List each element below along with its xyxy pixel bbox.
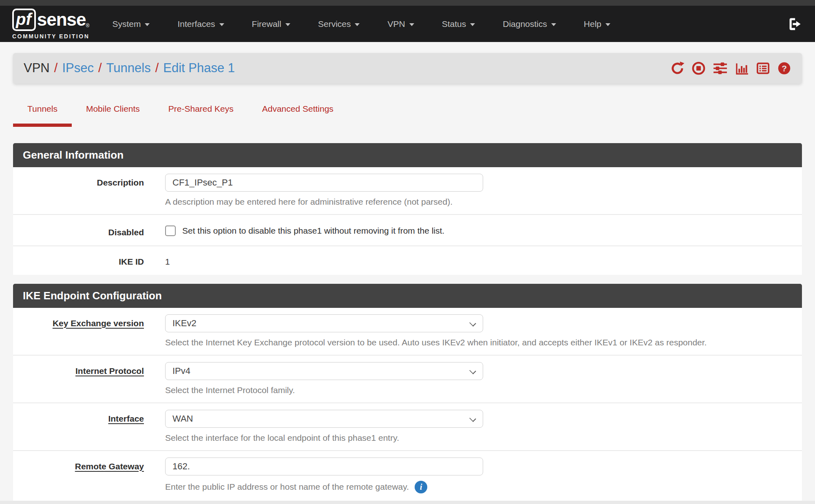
log-list-icon[interactable] [756,61,770,75]
info-icon[interactable]: i [415,481,427,493]
help-icon[interactable]: ? [777,61,791,75]
nav-item-services[interactable]: Services [304,19,374,29]
nav-item-diagnostics[interactable]: Diagnostics [489,19,570,29]
ike-id-label: IKE ID [13,254,144,267]
page-action-icons: ? [670,61,791,75]
ike-id-value: 1 [165,254,802,267]
bar-chart-icon[interactable] [735,61,749,75]
row-disabled: Disabled Set this option to disable this… [13,214,802,245]
nav-item-vpn[interactable]: VPN [373,19,428,29]
disabled-label: Disabled [13,223,144,237]
refresh-icon[interactable] [670,61,685,75]
registered-mark: ® [86,23,90,29]
chevron-down-icon [145,23,150,26]
remote-gateway-label: Remote Gateway [13,458,144,493]
panel-title: IKE Endpoint Configuration [13,284,802,308]
next-row-divider [0,501,815,504]
nav-item-interfaces[interactable]: Interfaces [163,19,238,29]
stop-circle-icon[interactable] [691,61,706,75]
breadcrumb-link-tunnels[interactable]: Tunnels [106,61,151,75]
section-tabs: Tunnels Mobile Clients Pre-Shared Keys A… [13,104,802,127]
tab-tunnels[interactable]: Tunnels [13,104,72,127]
interface-label: Interface [13,410,144,443]
internet-protocol-select[interactable]: IPv4 [165,362,483,380]
sign-out-icon[interactable] [787,17,802,31]
chevron-down-icon [355,23,360,26]
key-exchange-version-select[interactable]: IKEv2 [165,314,483,332]
top-strip [0,0,815,6]
nav-item-status[interactable]: Status [428,19,489,29]
row-key-exchange-version: Key Exchange version IKEv2 Select the In… [13,308,802,355]
description-help: A description may be entered here for ad… [165,197,802,207]
page-content: VPN / IPsec / Tunnels / Edit Phase 1 [0,42,815,504]
pf-logo-mark: pf [12,9,36,31]
disabled-checkbox[interactable] [165,225,176,236]
breadcrumb-link-ipsec[interactable]: IPsec [62,61,94,75]
nav-item-firewall[interactable]: Firewall [238,19,304,29]
disabled-checkbox-label: Set this option to disable this phase1 w… [182,226,444,236]
tab-advanced-settings[interactable]: Advanced Settings [248,104,348,127]
row-ike-id: IKE ID 1 [13,245,802,275]
breadcrumb: VPN / IPsec / Tunnels / Edit Phase 1 [24,61,235,75]
tab-mobile-clients[interactable]: Mobile Clients [72,104,154,127]
row-interface: Interface WAN Select the interface for t… [13,402,802,450]
chevron-down-icon [551,23,556,26]
community-edition-label: COMMUNITY EDITION [12,33,89,40]
chevron-down-icon [219,23,224,26]
row-internet-protocol: Internet Protocol IPv4 Select the Intern… [13,355,802,402]
remote-gateway-help: Enter the public IP address or host name… [165,482,409,492]
key-exchange-version-help: Select the Internet Key Exchange protoco… [165,338,802,347]
internet-protocol-label: Internet Protocol [13,362,144,395]
interface-help: Select the interface for the local endpo… [165,433,802,443]
sliders-icon[interactable] [713,61,728,75]
pfsense-logo[interactable]: pf sense ® COMMUNITY EDITION [12,9,89,40]
remote-gateway-input[interactable] [165,458,483,475]
breadcrumb-vpn: VPN [24,61,50,75]
internet-protocol-help: Select the Internet Protocol family. [165,385,802,395]
sense-logo-text: sense [37,9,86,30]
description-label: Description [13,174,144,207]
nav-item-system[interactable]: System [98,19,163,29]
main-navbar: pf sense ® COMMUNITY EDITION System Inte… [0,6,815,42]
key-exchange-version-label: Key Exchange version [13,314,144,347]
chevron-down-icon [469,367,476,374]
chevron-down-icon [605,23,610,26]
chevron-down-icon [469,415,476,422]
nav-menu: System Interfaces Firewall Services VPN … [98,19,624,29]
breadcrumb-bar: VPN / IPsec / Tunnels / Edit Phase 1 [13,53,802,84]
row-remote-gateway: Remote Gateway Enter the public IP addre… [13,450,802,501]
chevron-down-icon [469,320,476,327]
description-input[interactable] [165,174,483,192]
panel-ike-endpoint-configuration: IKE Endpoint Configuration Key Exchange … [13,284,802,501]
panel-general-information: General Information Description A descri… [13,143,802,275]
nav-item-help[interactable]: Help [570,19,624,29]
interface-select[interactable]: WAN [165,410,483,428]
panel-title: General Information [13,143,802,167]
breadcrumb-link-edit-phase-1[interactable]: Edit Phase 1 [163,61,235,75]
chevron-down-icon [409,23,414,26]
row-description: Description A description may be entered… [13,167,802,214]
chevron-down-icon [470,23,475,26]
chevron-down-icon [285,23,290,26]
svg-text:?: ? [782,63,787,73]
tab-pre-shared-keys[interactable]: Pre-Shared Keys [154,104,248,127]
